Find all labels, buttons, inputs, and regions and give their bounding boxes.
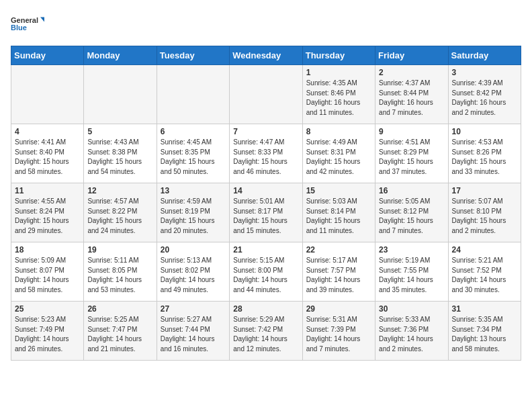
page-header: General Blue — [11, 11, 521, 38]
day-number: 13 — [161, 186, 226, 195]
day-number: 12 — [87, 186, 152, 195]
calendar-cell: 18Sunrise: 5:09 AMSunset: 8:07 PMDayligh… — [11, 242, 84, 302]
calendar-cell: 16Sunrise: 5:05 AMSunset: 8:12 PMDayligh… — [375, 183, 448, 242]
weekday-header: Tuesday — [157, 46, 229, 65]
cell-content: Sunrise: 4:59 AMSunset: 8:19 PMDaylight:… — [161, 197, 226, 236]
day-number: 21 — [233, 245, 298, 255]
logo-svg: General Blue — [11, 11, 44, 38]
calendar-cell: 31Sunrise: 5:35 AMSunset: 7:34 PMDayligh… — [448, 302, 521, 361]
calendar-cell: 3Sunrise: 4:39 AMSunset: 8:42 PMDaylight… — [448, 65, 521, 124]
cell-content: Sunrise: 5:23 AMSunset: 7:49 PMDaylight:… — [15, 315, 80, 354]
cell-content: Sunrise: 4:35 AMSunset: 8:46 PMDaylight:… — [306, 79, 371, 118]
day-number: 30 — [379, 304, 444, 314]
calendar-cell: 14Sunrise: 5:01 AMSunset: 8:17 PMDayligh… — [230, 183, 302, 242]
calendar-cell: 21Sunrise: 5:15 AMSunset: 8:00 PMDayligh… — [230, 242, 302, 302]
cell-content: Sunrise: 5:19 AMSunset: 7:55 PMDaylight:… — [379, 256, 444, 295]
calendar-week-row: 11Sunrise: 4:55 AMSunset: 8:24 PMDayligh… — [11, 183, 521, 242]
day-number: 1 — [306, 68, 371, 77]
cell-content: Sunrise: 5:25 AMSunset: 7:47 PMDaylight:… — [87, 315, 152, 354]
svg-marker-2 — [40, 17, 44, 22]
day-number: 5 — [87, 127, 152, 136]
day-number: 15 — [306, 186, 371, 195]
calendar-week-row: 4Sunrise: 4:41 AMSunset: 8:40 PMDaylight… — [11, 124, 521, 183]
day-number: 28 — [233, 304, 298, 314]
calendar-cell: 10Sunrise: 4:53 AMSunset: 8:26 PMDayligh… — [448, 124, 521, 183]
calendar-cell — [230, 65, 302, 124]
day-number: 14 — [233, 186, 298, 195]
calendar-week-row: 1Sunrise: 4:35 AMSunset: 8:46 PMDaylight… — [11, 65, 521, 124]
cell-content: Sunrise: 5:07 AMSunset: 8:10 PMDaylight:… — [452, 197, 517, 236]
day-number: 31 — [452, 304, 517, 314]
cell-content: Sunrise: 4:41 AMSunset: 8:40 PMDaylight:… — [15, 138, 80, 177]
day-number: 3 — [452, 68, 517, 77]
svg-text:Blue: Blue — [11, 24, 27, 32]
calendar-cell: 23Sunrise: 5:19 AMSunset: 7:55 PMDayligh… — [375, 242, 448, 302]
calendar-cell: 17Sunrise: 5:07 AMSunset: 8:10 PMDayligh… — [448, 183, 521, 242]
cell-content: Sunrise: 4:39 AMSunset: 8:42 PMDaylight:… — [452, 79, 517, 118]
cell-content: Sunrise: 5:03 AMSunset: 8:14 PMDaylight:… — [306, 197, 371, 236]
calendar-cell: 8Sunrise: 4:49 AMSunset: 8:31 PMDaylight… — [302, 124, 375, 183]
calendar-cell: 7Sunrise: 4:47 AMSunset: 8:33 PMDaylight… — [230, 124, 302, 183]
day-number: 27 — [161, 304, 226, 314]
day-number: 6 — [161, 127, 226, 136]
cell-content: Sunrise: 4:37 AMSunset: 8:44 PMDaylight:… — [379, 79, 444, 118]
calendar-cell — [84, 65, 157, 124]
calendar-cell: 1Sunrise: 4:35 AMSunset: 8:46 PMDaylight… — [302, 65, 375, 124]
day-number: 23 — [379, 245, 444, 255]
calendar-cell: 25Sunrise: 5:23 AMSunset: 7:49 PMDayligh… — [11, 302, 84, 361]
day-number: 19 — [87, 245, 152, 255]
calendar-table: SundayMondayTuesdayWednesdayThursdayFrid… — [11, 46, 521, 361]
cell-content: Sunrise: 5:11 AMSunset: 8:05 PMDaylight:… — [87, 256, 152, 295]
cell-content: Sunrise: 5:29 AMSunset: 7:42 PMDaylight:… — [233, 315, 298, 354]
cell-content: Sunrise: 5:17 AMSunset: 7:57 PMDaylight:… — [306, 256, 371, 295]
cell-content: Sunrise: 4:43 AMSunset: 8:38 PMDaylight:… — [87, 138, 152, 177]
calendar-cell: 29Sunrise: 5:31 AMSunset: 7:39 PMDayligh… — [302, 302, 375, 361]
cell-content: Sunrise: 4:55 AMSunset: 8:24 PMDaylight:… — [15, 197, 80, 236]
cell-content: Sunrise: 5:01 AMSunset: 8:17 PMDaylight:… — [233, 197, 298, 236]
day-number: 9 — [379, 127, 444, 136]
calendar-cell: 30Sunrise: 5:33 AMSunset: 7:36 PMDayligh… — [375, 302, 448, 361]
calendar-cell — [11, 65, 84, 124]
cell-content: Sunrise: 5:05 AMSunset: 8:12 PMDaylight:… — [379, 197, 444, 236]
day-number: 11 — [15, 186, 80, 195]
cell-content: Sunrise: 4:45 AMSunset: 8:35 PMDaylight:… — [161, 138, 226, 177]
calendar-cell: 4Sunrise: 4:41 AMSunset: 8:40 PMDaylight… — [11, 124, 84, 183]
calendar-cell: 5Sunrise: 4:43 AMSunset: 8:38 PMDaylight… — [84, 124, 157, 183]
calendar-cell: 2Sunrise: 4:37 AMSunset: 8:44 PMDaylight… — [375, 65, 448, 124]
calendar-week-row: 18Sunrise: 5:09 AMSunset: 8:07 PMDayligh… — [11, 242, 521, 302]
cell-content: Sunrise: 4:47 AMSunset: 8:33 PMDaylight:… — [233, 138, 298, 177]
calendar-cell: 20Sunrise: 5:13 AMSunset: 8:02 PMDayligh… — [157, 242, 229, 302]
day-number: 4 — [15, 127, 80, 136]
calendar-cell: 11Sunrise: 4:55 AMSunset: 8:24 PMDayligh… — [11, 183, 84, 242]
calendar-header: SundayMondayTuesdayWednesdayThursdayFrid… — [11, 46, 521, 65]
calendar-cell: 22Sunrise: 5:17 AMSunset: 7:57 PMDayligh… — [302, 242, 375, 302]
day-number: 29 — [306, 304, 371, 314]
calendar-cell: 12Sunrise: 4:57 AMSunset: 8:22 PMDayligh… — [84, 183, 157, 242]
calendar-cell: 28Sunrise: 5:29 AMSunset: 7:42 PMDayligh… — [230, 302, 302, 361]
calendar-cell — [157, 65, 229, 124]
day-number: 24 — [452, 245, 517, 255]
svg-text:General: General — [11, 16, 38, 24]
day-number: 2 — [379, 68, 444, 77]
weekday-header: Thursday — [302, 46, 375, 65]
day-number: 22 — [306, 245, 371, 255]
day-number: 7 — [233, 127, 298, 136]
calendar-cell: 15Sunrise: 5:03 AMSunset: 8:14 PMDayligh… — [302, 183, 375, 242]
cell-content: Sunrise: 4:49 AMSunset: 8:31 PMDaylight:… — [306, 138, 371, 177]
logo: General Blue — [11, 11, 44, 38]
calendar-cell: 13Sunrise: 4:59 AMSunset: 8:19 PMDayligh… — [157, 183, 229, 242]
calendar-cell: 26Sunrise: 5:25 AMSunset: 7:47 PMDayligh… — [84, 302, 157, 361]
day-number: 25 — [15, 304, 80, 314]
day-number: 16 — [379, 186, 444, 195]
cell-content: Sunrise: 5:27 AMSunset: 7:44 PMDaylight:… — [161, 315, 226, 354]
cell-content: Sunrise: 5:33 AMSunset: 7:36 PMDaylight:… — [379, 315, 444, 354]
cell-content: Sunrise: 5:09 AMSunset: 8:07 PMDaylight:… — [15, 256, 80, 295]
cell-content: Sunrise: 4:53 AMSunset: 8:26 PMDaylight:… — [452, 138, 517, 177]
calendar-cell: 9Sunrise: 4:51 AMSunset: 8:29 PMDaylight… — [375, 124, 448, 183]
day-number: 18 — [15, 245, 80, 255]
cell-content: Sunrise: 5:15 AMSunset: 8:00 PMDaylight:… — [233, 256, 298, 295]
day-number: 17 — [452, 186, 517, 195]
cell-content: Sunrise: 4:51 AMSunset: 8:29 PMDaylight:… — [379, 138, 444, 177]
day-number: 8 — [306, 127, 371, 136]
calendar-cell: 27Sunrise: 5:27 AMSunset: 7:44 PMDayligh… — [157, 302, 229, 361]
